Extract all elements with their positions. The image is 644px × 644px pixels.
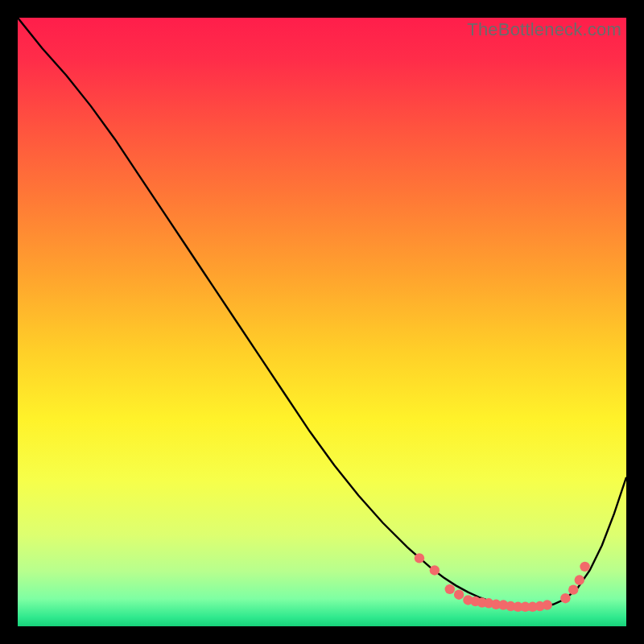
chart-marker [560,593,570,603]
chart-background [18,18,626,626]
chart-marker [575,575,584,584]
chart-marker [445,584,455,594]
chart-frame: TheBottleneck.com [18,18,626,626]
chart-marker [454,589,464,599]
chart-marker [415,553,424,563]
chart-marker [580,562,589,572]
chart-marker [568,584,578,594]
chart-marker [543,600,552,609]
chart-svg [18,18,626,626]
chart-marker [430,565,440,575]
attribution-text: TheBottleneck.com [467,19,621,40]
